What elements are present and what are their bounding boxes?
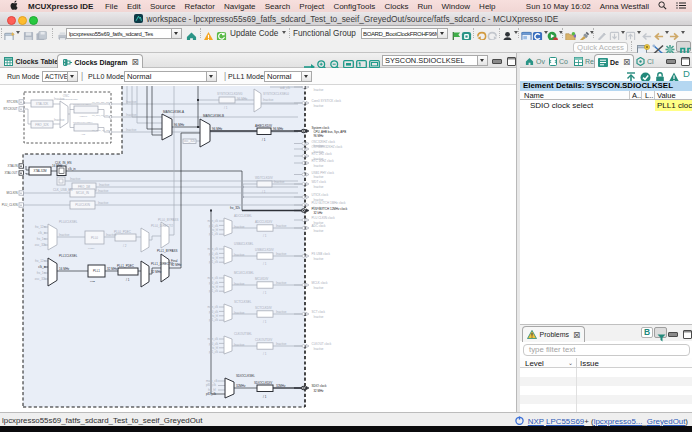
clean-button[interactable] — [578, 28, 589, 39]
menu-item-run[interactable]: Run — [418, 2, 433, 11]
maximize-view-icon[interactable] — [683, 330, 692, 339]
col-value[interactable]: Value — [657, 91, 676, 100]
problems-filter-input[interactable]: type filter text — [523, 344, 690, 356]
diagram-div-adcclkdiv[interactable] — [257, 225, 273, 231]
pins-icon[interactable] — [461, 28, 472, 39]
diagram-output-adc-clock[interactable]: ADC clock — [312, 224, 327, 228]
tab-clocks-diagram[interactable]: Clocks Diagram ⊠ — [57, 54, 143, 69]
menu-item-refactor[interactable]: Refactor — [185, 2, 215, 11]
status-link-lpc55s69[interactable]: LPC55S69 — [546, 417, 584, 426]
diagram-mux-clkoutsel[interactable] — [224, 336, 232, 354]
tab-ov[interactable]: Ov — [522, 54, 548, 68]
diagram-div-usb0clkdiv[interactable] — [257, 253, 273, 259]
spotlight-search-icon[interactable] — [658, 1, 667, 12]
config-warning-icon[interactable] — [203, 28, 214, 39]
functional-group-combo[interactable]: BOARD_BootClockFROHF96M — [361, 28, 448, 39]
menu-item-source[interactable]: Source — [150, 2, 175, 11]
diagram-output-fs-usb-clock[interactable]: FS USB clock — [312, 252, 331, 256]
save-button[interactable] — [23, 28, 34, 39]
diagram-box-node[interactable] — [74, 106, 98, 113]
diagram-div-sctclkdiv[interactable] — [257, 311, 273, 317]
minimize-view-icon[interactable] — [668, 332, 678, 337]
pll1-mode-select[interactable]: Normal — [264, 71, 312, 82]
dropdown-caret-icon[interactable] — [681, 31, 685, 34]
diagram-mux[interactable] — [225, 378, 234, 398]
open-project-button[interactable] — [565, 28, 576, 39]
diagram-mux-usb0clksel[interactable] — [224, 246, 232, 264]
column-divider[interactable] — [641, 91, 642, 100]
d-filter-icon[interactable]: D — [683, 68, 690, 79]
debug-user-button[interactable] — [502, 28, 513, 39]
status-link-lpcxpresso5[interactable]: lpcxpresso5... — [594, 417, 643, 426]
menubar-clock[interactable]: Sun 10 May 16:02 — [526, 2, 591, 11]
diagram-output-osc32khz-clock[interactable]: OSC32KHZ clock — [312, 140, 336, 144]
forward-history-button[interactable] — [669, 28, 680, 39]
diagram-box-node[interactable] — [57, 177, 65, 185]
diagram-output-rtc-1hz-clock[interactable]: RTC 1HZ clock — [312, 152, 333, 156]
edit-button[interactable] — [596, 28, 607, 39]
diagram-mux-mclkclksel[interactable] — [224, 275, 232, 293]
element-select-combo[interactable]: SYSCON.SDIOCLKSEL — [382, 55, 488, 66]
problems-table-body[interactable] — [520, 368, 692, 412]
status-link-greyedout[interactable]: GreyedOut — [647, 417, 686, 426]
menu-item-search[interactable]: Search — [265, 2, 290, 11]
col-issue[interactable]: Issue — [580, 359, 599, 368]
save-all-button[interactable] — [36, 28, 47, 39]
diagram-box-node[interactable] — [257, 128, 271, 135]
diagram-mux[interactable] — [161, 254, 169, 282]
minimize-view-icon[interactable] — [492, 59, 502, 64]
diagram-box-node[interactable] — [118, 268, 138, 275]
update-code-menu-caret[interactable] — [282, 31, 286, 34]
menu-item-navigate[interactable]: Navigate — [224, 2, 256, 11]
menu-item-clocks[interactable]: Clocks — [384, 2, 408, 11]
back-grey-button[interactable] — [641, 28, 652, 39]
tab-clocks-table[interactable]: Clocks Table — [0, 54, 62, 68]
power-icon[interactable] — [515, 416, 524, 427]
build-button[interactable] — [532, 28, 543, 39]
diagram-output-plu-glitch-12mhz-clock[interactable]: PLU GLITCH 12MHz clock — [312, 207, 348, 211]
undo-button[interactable] — [476, 28, 487, 39]
col-level[interactable]: Level — [525, 359, 544, 368]
diagram-mux[interactable] — [48, 258, 57, 286]
diagram-mux-sctclksel[interactable] — [224, 304, 232, 322]
diagram-box-node[interactable] — [257, 181, 272, 187]
maximize-view-icon[interactable] — [681, 57, 690, 66]
diagram-output-plu-glitch-1mhz-clock[interactable]: PLU GLITCH 1MHz clock — [312, 201, 347, 205]
col-l[interactable]: L.. — [645, 91, 653, 100]
diagram-mux-adcclksel[interactable] — [224, 218, 232, 236]
tab-de[interactable]: De⊠ — [594, 54, 634, 69]
column-divider[interactable] — [576, 358, 577, 367]
diagram-div-clkoutdiv[interactable] — [257, 343, 273, 349]
menu-item-edit[interactable]: Edit — [127, 2, 141, 11]
detail-row-value[interactable]: PLL1 cloc — [655, 100, 692, 111]
dropdown-caret-icon[interactable] — [16, 31, 20, 34]
update-code-button[interactable]: Update Code — [230, 29, 278, 38]
debug-launch-button[interactable] — [547, 28, 558, 39]
diagram-box-node[interactable] — [257, 385, 273, 392]
tab-co[interactable]: Co — [546, 54, 571, 68]
diagram-output-usb1-phy-clock[interactable]: USB1 PHY clock — [312, 171, 335, 175]
diagram-output-wdt-clock[interactable]: WDT clock — [312, 180, 327, 184]
diagram-mux[interactable] — [254, 89, 261, 112]
menubar-user[interactable]: Anna Westfall — [600, 2, 649, 11]
diagram-output-plu-clkin-clock[interactable]: PLU CLKIN clock — [312, 216, 336, 220]
diagram-mux[interactable] — [162, 114, 172, 140]
close-icon[interactable]: ⊠ — [623, 57, 630, 67]
diagram-output-rtc-1khz-clock[interactable]: RTC 1KHZ clock — [312, 159, 335, 163]
b-badge-icon[interactable]: B — [641, 327, 653, 338]
clocks-perspective-button[interactable] — [676, 41, 691, 53]
menu-item-window[interactable]: Window — [441, 2, 469, 11]
minimize-view-icon[interactable] — [666, 59, 676, 64]
close-icon[interactable]: ⊠ — [131, 57, 138, 67]
column-divider[interactable] — [654, 91, 655, 100]
pll0-mode-select[interactable]: Normal — [124, 71, 217, 82]
diagram-output-ostimer32khz-clock[interactable]: OSTIMER32KHZ clock — [312, 145, 343, 149]
redo-button[interactable] — [487, 28, 498, 39]
diagram-output-mclk-clock[interactable]: MCLK clock — [312, 281, 329, 285]
filter-funnel-icon[interactable] — [654, 327, 667, 338]
diagram-box-node[interactable] — [219, 97, 235, 103]
diagram-mux[interactable] — [141, 261, 149, 287]
notification-center-icon[interactable] — [676, 1, 686, 12]
diagram-output-core0-systick-clock[interactable]: Core0 SYSTICK clock — [312, 99, 342, 103]
project-select-combo[interactable]: lpcxpresso55s69_fatfs_sdcard_Tes — [66, 28, 182, 39]
